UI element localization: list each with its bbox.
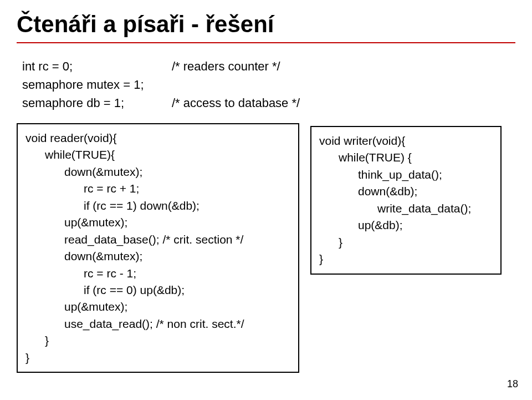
reader-code-box: void reader(void){ while(TRUE){ down(&mu… <box>17 123 299 373</box>
code-line: down(&mutex); <box>25 248 290 265</box>
code-line: rc = rc - 1; <box>25 265 290 282</box>
decl-db: semaphore db = 1; <box>22 94 172 112</box>
decl-mutex: semaphore mutex = 1; <box>22 75 144 94</box>
code-line: } <box>25 332 290 349</box>
code-line: } <box>319 251 493 267</box>
writer-code-box: void writer(void){ while(TRUE) { think_u… <box>310 126 502 275</box>
code-line: up(&db); <box>319 217 493 234</box>
title-underline <box>17 42 515 43</box>
code-line: up(&mutex); <box>25 298 290 315</box>
code-line: rc = rc + 1; <box>25 180 290 197</box>
code-line: read_data_base(); /* crit. section */ <box>25 231 290 248</box>
code-line: while(TRUE) { <box>319 149 493 166</box>
decl-rc-comment: /* readers counter */ <box>172 57 280 75</box>
code-line: up(&mutex); <box>25 214 290 231</box>
code-line: write_data_data(); <box>319 200 493 217</box>
code-line: down(&db); <box>319 183 493 200</box>
code-boxes-row: void reader(void){ while(TRUE){ down(&mu… <box>17 123 515 373</box>
code-line: } <box>25 350 290 366</box>
decl-db-comment: /* access to database */ <box>172 94 300 112</box>
code-line: if (rc == 1) down(&db); <box>25 198 290 214</box>
code-line: use_data_read(); /* non crit. sect.*/ <box>25 316 290 332</box>
decl-rc: int rc = 0; <box>22 57 172 75</box>
code-line: think_up_data(); <box>319 166 493 183</box>
code-line: void reader(void){ <box>25 130 290 146</box>
code-line: } <box>319 234 493 251</box>
page-number: 18 <box>507 378 518 390</box>
declarations-block: int rc = 0; /* readers counter */ semaph… <box>17 57 515 112</box>
code-line: void writer(void){ <box>319 133 493 149</box>
code-line: down(&mutex); <box>25 164 290 180</box>
code-line: while(TRUE){ <box>25 146 290 163</box>
slide-title: Čtenáři a písaři - řešení <box>17 11 515 38</box>
code-line: if (rc == 0) up(&db); <box>25 282 290 298</box>
